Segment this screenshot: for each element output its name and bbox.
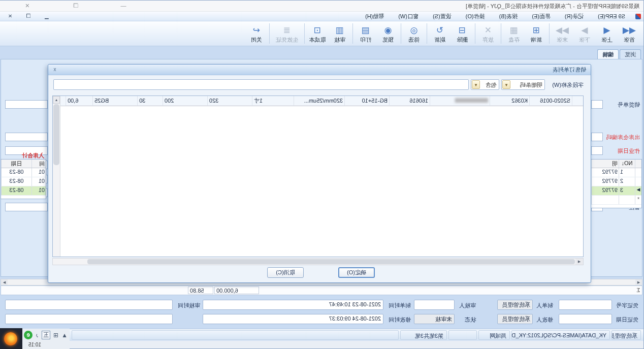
search-field-value: 明细条码 bbox=[520, 81, 542, 89]
mdi-close-icon[interactable]: ✕ bbox=[7, 13, 14, 19]
toolbar-button-label: 放弃 bbox=[482, 37, 494, 43]
toolbar-button-上张[interactable]: ◀上张 bbox=[596, 21, 618, 46]
dialog-titlebar[interactable]: 销售订单列表 x bbox=[48, 65, 591, 75]
tab-browse[interactable]: 浏览 bbox=[620, 49, 641, 60]
toolbar-button-存盘: ▦存盘 bbox=[503, 21, 525, 46]
scroll-up-icon[interactable]: ▲ bbox=[53, 96, 60, 104]
menu-item-7[interactable]: 帮助(H) bbox=[358, 12, 391, 21]
auditor-field bbox=[414, 300, 455, 310]
voucher-no-field[interactable] bbox=[559, 300, 612, 310]
toolbar-button-label: 首张 bbox=[624, 37, 635, 43]
dialog-close-icon[interactable]: x bbox=[51, 66, 58, 73]
close-window-icon[interactable]: ✕ bbox=[23, 2, 31, 10]
left-grid-row[interactable]: 297792 bbox=[591, 177, 641, 186]
上张-icon: ◀ bbox=[603, 25, 610, 37]
tab-edit[interactable]: 编辑 bbox=[597, 49, 619, 60]
toolbar-button-打印[interactable]: ▤打印 bbox=[355, 21, 377, 46]
order-row[interactable]: S2020-0016K0362160616BG-15+10320mm/25um.… bbox=[59, 96, 583, 106]
taskbar-app-button[interactable] bbox=[0, 328, 22, 349]
green-browser-icon[interactable]: e bbox=[24, 331, 33, 339]
chevron-up-icon[interactable]: ▲ bbox=[61, 332, 68, 339]
inbound-total-header: 入库合计 bbox=[22, 152, 44, 160]
cell: 30 bbox=[137, 96, 163, 106]
cancel-button[interactable]: 取消(C) bbox=[267, 267, 304, 278]
mdi-minimize-icon[interactable]: ▁ bbox=[43, 13, 50, 19]
field-input-end[interactable] bbox=[5, 203, 48, 211]
menu-item-3[interactable]: 报表(B) bbox=[492, 12, 525, 21]
table-horizontal-scrollbar[interactable]: ◀ bbox=[52, 258, 584, 265]
sales-order-list-dialog: 销售订单列表 x 字段名称(W) 明细条码 ▼ 包含 ▼ 销售订单号客户编码客户… bbox=[48, 64, 591, 283]
scroll-left-icon[interactable]: ◀ bbox=[575, 259, 583, 265]
field-input-end[interactable] bbox=[5, 133, 48, 141]
toolbar-button-label: 删除 bbox=[457, 37, 468, 43]
voucher-date-field[interactable] bbox=[559, 314, 612, 324]
toolbar-button-预览[interactable]: ◉预览 bbox=[377, 21, 399, 46]
toolbar-button-新增[interactable]: ⊞新增 bbox=[525, 21, 548, 46]
menu-item-0[interactable]: S9 ERP(E) bbox=[591, 12, 632, 21]
search-row: 字段名称(W) 明细条码 ▼ 包含 ▼ bbox=[47, 78, 591, 91]
field-label-销货单号: 销货单号 bbox=[618, 101, 640, 109]
wubi-ime-icon[interactable]: 五 bbox=[42, 331, 50, 339]
search-input[interactable] bbox=[53, 79, 469, 90]
menu-item-2[interactable]: 界面(E) bbox=[525, 12, 558, 21]
放弃-icon: ✕ bbox=[485, 25, 492, 37]
scroll-right-icon[interactable]: ▶ bbox=[1, 279, 8, 285]
app-logo-icon bbox=[635, 14, 641, 19]
search-operator-select[interactable]: 包含 ▼ bbox=[471, 79, 499, 90]
field-input-stub[interactable] bbox=[591, 133, 603, 141]
toolbar-button-审核[interactable]: ▥审核 bbox=[329, 21, 351, 46]
chevron-down-icon[interactable]: ▼ bbox=[502, 80, 510, 89]
生效凭证-icon: ≣ bbox=[283, 25, 291, 37]
left-grid-new-row: * bbox=[591, 196, 641, 205]
left-grid-row[interactable]: 197792 bbox=[591, 168, 641, 177]
menu-item-1[interactable]: 记录(R) bbox=[558, 12, 591, 21]
status-label: 状态 bbox=[465, 316, 476, 324]
toolbar-button-关闭[interactable]: ↩关闭 bbox=[245, 21, 268, 46]
关闭-icon: ↩ bbox=[253, 25, 260, 37]
menu-item-5[interactable]: 设置(S) bbox=[426, 12, 459, 21]
toolbar-separator bbox=[427, 23, 427, 44]
note-icon[interactable]: ♪ bbox=[36, 332, 39, 339]
toolbar-button-首张[interactable]: ◀◀首张 bbox=[618, 21, 640, 46]
table-vertical-scrollbar[interactable]: ▲ bbox=[53, 96, 60, 257]
field-input-stub[interactable] bbox=[591, 146, 603, 155]
scroll-left-icon[interactable]: ◀ bbox=[635, 279, 642, 285]
cell: 320 bbox=[207, 96, 252, 106]
toolbar-separator bbox=[401, 23, 401, 44]
taskbar-clock: 10:15 bbox=[28, 342, 41, 347]
scrollbar-thumb[interactable] bbox=[53, 104, 59, 165]
customer-name-blur bbox=[455, 98, 488, 103]
auditor-label: 审核人 bbox=[459, 302, 476, 309]
末张-icon: ▶▶ bbox=[556, 25, 569, 37]
mdi-caption-buttons: ▁ ❐ ✕ bbox=[7, 13, 50, 19]
toolbar-button-筛选[interactable]: ◎筛选 bbox=[403, 21, 425, 46]
toolbar-button-刷新[interactable]: ↻刷新 bbox=[429, 21, 451, 46]
menu-item-6[interactable]: 窗口(W) bbox=[391, 12, 426, 21]
toolbar-button-label: 末张 bbox=[557, 37, 568, 43]
toolbar-button-label: 下张 bbox=[579, 37, 590, 43]
grid-icon[interactable]: ⊞ bbox=[53, 332, 58, 339]
total-rolls-value: 6,000.00 bbox=[214, 287, 259, 294]
mdi-restore-icon[interactable]: ❐ bbox=[25, 13, 32, 19]
create-time-label: 制单时间 bbox=[389, 302, 411, 309]
minimize-window-icon[interactable]: — bbox=[119, 2, 127, 10]
menu-item-4[interactable]: 操作(O) bbox=[459, 12, 492, 21]
status-bar: 系统管理员 YK_DATA(IAMES-PC/SQL2012:YK_DATA) … bbox=[0, 329, 643, 341]
field-label-作业日期: 作业日期 bbox=[618, 147, 640, 155]
toolbar-button-删除[interactable]: ⊟删除 bbox=[451, 21, 473, 46]
restore-window-icon[interactable]: ❐ bbox=[72, 2, 80, 10]
modify-time-field: 2021-08-24 09:03:37 bbox=[203, 314, 383, 324]
cell: S2020-0016 bbox=[529, 96, 572, 106]
ok-button[interactable]: 确定(O) bbox=[338, 267, 375, 278]
chevron-down-icon[interactable]: ▼ bbox=[472, 80, 480, 89]
right-grid-row[interactable]: 0108-23 bbox=[1, 168, 46, 177]
删除-icon: ⊟ bbox=[459, 25, 466, 37]
field-input-stub[interactable] bbox=[591, 100, 603, 109]
scrollbar-thumb[interactable] bbox=[87, 259, 575, 264]
right-grid-row[interactable]: 0108-23 bbox=[1, 177, 46, 186]
left-grid-row[interactable]: ▶397792 bbox=[591, 186, 641, 196]
right-grid-row[interactable]: 0108-23 bbox=[1, 186, 46, 196]
search-field-select[interactable]: 明细条码 ▼ bbox=[501, 79, 545, 90]
field-input-end[interactable] bbox=[5, 100, 48, 109]
toolbar-button-取成本[interactable]: ⊡取成本 bbox=[306, 21, 329, 46]
